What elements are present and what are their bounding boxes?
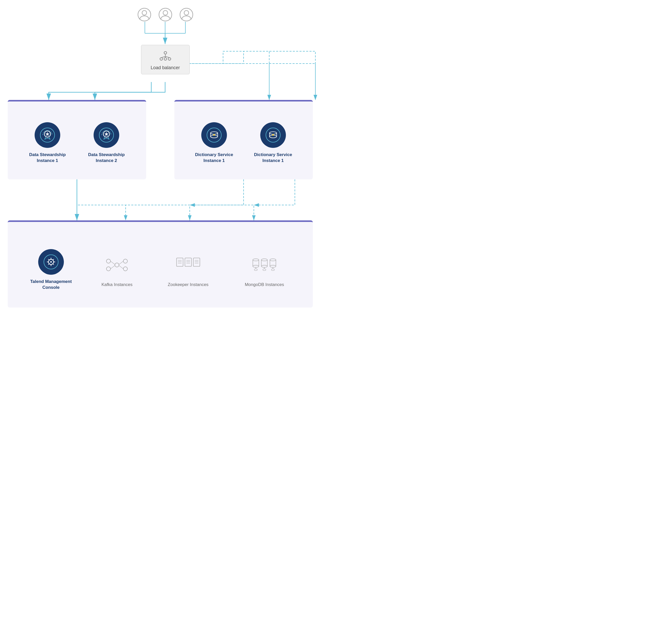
dictionary-instances: Dictionary ServiceInstance 1 Dictionary … bbox=[174, 101, 313, 179]
svg-point-80 bbox=[262, 265, 267, 267]
svg-point-14 bbox=[160, 58, 162, 60]
users-row bbox=[137, 8, 193, 22]
tmc-instance: Talend ManagementConsole bbox=[25, 249, 77, 291]
dict-instance-1-label: Dictionary ServiceInstance 1 bbox=[195, 152, 233, 164]
svg-point-77 bbox=[262, 258, 267, 261]
svg-rect-67 bbox=[193, 258, 200, 267]
svg-rect-59 bbox=[176, 258, 183, 267]
dict-instance-1: Dictionary ServiceInstance 1 bbox=[189, 122, 240, 164]
ds-instance-2: Data StewardshipInstance 2 bbox=[81, 122, 132, 164]
ds-instance-1-label: Data StewardshipInstance 1 bbox=[29, 152, 66, 164]
svg-point-53 bbox=[123, 259, 128, 263]
svg-line-57 bbox=[119, 261, 123, 264]
svg-point-10 bbox=[163, 10, 168, 15]
dict-instance-2-icon bbox=[260, 122, 286, 148]
svg-point-54 bbox=[123, 267, 128, 271]
load-balancer-icon bbox=[159, 50, 172, 62]
svg-line-56 bbox=[111, 266, 115, 269]
svg-point-51 bbox=[106, 267, 111, 271]
svg-line-58 bbox=[119, 266, 123, 269]
user-icon-3 bbox=[179, 8, 193, 22]
load-balancer-label: Load balancer bbox=[147, 65, 184, 70]
user-icon-1 bbox=[137, 8, 151, 22]
zookeeper-instance: Zookeeper Instances bbox=[157, 252, 219, 288]
bottom-instances: Talend ManagementConsole bbox=[8, 222, 313, 307]
svg-point-71 bbox=[253, 258, 259, 261]
kafka-instance: Kafka Instances bbox=[91, 252, 142, 288]
ds-instance-1: Data StewardshipInstance 1 bbox=[22, 122, 73, 164]
svg-marker-23 bbox=[45, 132, 49, 136]
dict-instance-2: Dictionary ServiceInstance 1 bbox=[247, 122, 299, 164]
data-stewardship-box: Data StewardshipInstance 1 Data Stewards… bbox=[8, 100, 146, 179]
svg-point-83 bbox=[270, 258, 276, 261]
svg-point-50 bbox=[106, 259, 111, 263]
bottom-service-box: Talend ManagementConsole bbox=[8, 221, 313, 307]
tmc-label: Talend ManagementConsole bbox=[30, 279, 72, 291]
load-balancer-box: Load balancer bbox=[141, 45, 190, 74]
mongodb-instance: MongoDB Instances bbox=[234, 252, 295, 288]
svg-point-74 bbox=[253, 265, 259, 267]
svg-point-31 bbox=[211, 135, 218, 138]
svg-rect-88 bbox=[271, 269, 274, 271]
dict-instance-2-label: Dictionary ServiceInstance 1 bbox=[254, 152, 292, 164]
ds-instance-1-icon bbox=[35, 122, 60, 148]
kafka-icon bbox=[104, 252, 130, 278]
zookeeper-icon bbox=[175, 252, 201, 278]
svg-point-37 bbox=[269, 135, 277, 138]
svg-rect-76 bbox=[255, 269, 258, 271]
svg-point-16 bbox=[168, 58, 171, 60]
svg-point-86 bbox=[270, 265, 276, 267]
svg-point-8 bbox=[142, 10, 147, 15]
mongodb-label: MongoDB Instances bbox=[245, 282, 284, 288]
svg-rect-82 bbox=[263, 269, 266, 271]
svg-point-15 bbox=[164, 58, 167, 60]
dict-instance-1-icon bbox=[201, 122, 227, 148]
svg-point-41 bbox=[50, 261, 52, 263]
ds-instance-2-icon bbox=[94, 122, 119, 148]
svg-point-13 bbox=[164, 51, 167, 54]
dictionary-service-box: Dictionary ServiceInstance 1 Dictionary … bbox=[174, 100, 313, 179]
data-stewardship-instances: Data StewardshipInstance 1 Data Stewards… bbox=[8, 101, 146, 179]
tmc-icon bbox=[38, 249, 64, 275]
mongodb-icon bbox=[251, 252, 277, 278]
svg-line-55 bbox=[111, 261, 115, 264]
user-icon-2 bbox=[158, 8, 172, 22]
svg-marker-26 bbox=[104, 132, 108, 136]
kafka-label: Kafka Instances bbox=[102, 282, 133, 288]
diagram: Load balancer Data StewardshipIn bbox=[0, 0, 330, 322]
ds-instance-2-label: Data StewardshipInstance 2 bbox=[88, 152, 125, 164]
svg-point-12 bbox=[184, 10, 189, 15]
svg-rect-63 bbox=[185, 258, 191, 267]
svg-point-52 bbox=[115, 263, 119, 267]
zookeeper-label: Zookeeper Instances bbox=[168, 282, 208, 288]
